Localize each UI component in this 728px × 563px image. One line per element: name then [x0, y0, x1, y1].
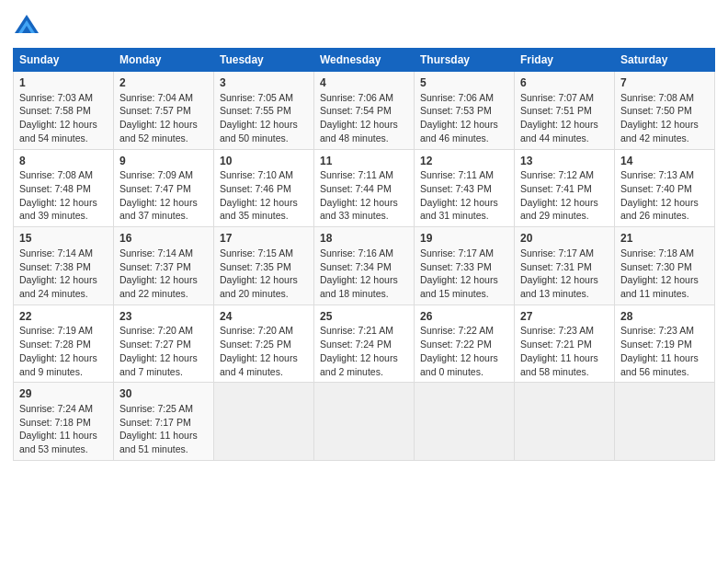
calendar-cell: 22Sunrise: 7:19 AMSunset: 7:28 PMDayligh… [14, 304, 114, 383]
day-info-line: Sunset: 7:57 PM [119, 104, 208, 118]
day-number: 9 [119, 154, 208, 169]
day-info-line: Sunrise: 7:11 AM [420, 168, 508, 182]
day-info-line: and 39 minutes. [19, 209, 108, 223]
day-info-line: Daylight: 12 hours [220, 196, 308, 210]
day-info-line: Daylight: 12 hours [620, 118, 709, 132]
day-number: 16 [119, 231, 208, 247]
page-container: SundayMondayTuesdayWednesdayThursdayFrid… [0, 0, 728, 470]
day-info-line: Sunset: 7:51 PM [520, 104, 609, 118]
day-info-line: Daylight: 12 hours [420, 118, 508, 132]
header [13, 9, 715, 40]
day-info-line: and 2 minutes. [320, 365, 408, 379]
day-info-line: Daylight: 12 hours [520, 273, 609, 287]
calendar-cell [415, 383, 515, 461]
day-info-line: Daylight: 12 hours [19, 118, 108, 132]
day-info-line: and 46 minutes. [420, 132, 508, 145]
day-info-line: Sunrise: 7:10 AM [220, 168, 308, 182]
day-number: 30 [119, 386, 208, 402]
day-info-line: and 50 minutes. [220, 132, 308, 145]
day-info-line: Sunset: 7:21 PM [520, 338, 609, 351]
day-info-line: Sunrise: 7:07 AM [520, 91, 609, 105]
day-info-line: and 31 minutes. [420, 209, 508, 223]
col-header-saturday: Saturday [615, 49, 715, 72]
day-number: 8 [19, 154, 108, 169]
day-number: 3 [220, 75, 308, 91]
day-info-line: Sunrise: 7:20 AM [119, 324, 208, 338]
day-number: 21 [620, 231, 709, 247]
day-info-line: Sunrise: 7:22 AM [420, 324, 508, 338]
day-number: 1 [19, 75, 108, 91]
calendar-cell [515, 383, 615, 461]
day-info-line: and 24 minutes. [19, 287, 108, 301]
day-info-line: Sunrise: 7:14 AM [19, 247, 108, 260]
day-number: 29 [19, 386, 108, 402]
day-info-line: Sunrise: 7:13 AM [620, 168, 709, 182]
day-info-line: Sunset: 7:46 PM [220, 182, 308, 196]
day-info-line: Sunset: 7:19 PM [620, 338, 709, 351]
day-info-line: Sunset: 7:40 PM [620, 182, 709, 196]
day-info-line: and 4 minutes. [220, 365, 308, 379]
week-row-5: 29Sunrise: 7:24 AMSunset: 7:18 PMDayligh… [14, 383, 715, 461]
calendar-cell: 8Sunrise: 7:08 AMSunset: 7:48 PMDaylight… [14, 149, 114, 227]
calendar-cell: 18Sunrise: 7:16 AMSunset: 7:34 PMDayligh… [314, 227, 415, 305]
calendar-cell [314, 383, 415, 461]
day-info-line: Sunset: 7:50 PM [620, 104, 709, 118]
day-number: 11 [320, 154, 408, 169]
day-info-line: Sunset: 7:48 PM [19, 182, 108, 196]
day-info-line: Sunset: 7:58 PM [19, 104, 108, 118]
day-info-line: Sunset: 7:28 PM [19, 338, 108, 351]
day-info-line: Sunrise: 7:21 AM [320, 324, 408, 338]
day-info-line: Sunset: 7:47 PM [119, 182, 208, 196]
calendar-cell: 24Sunrise: 7:20 AMSunset: 7:25 PMDayligh… [214, 304, 314, 383]
calendar-cell: 3Sunrise: 7:05 AMSunset: 7:55 PMDaylight… [214, 72, 314, 150]
day-info-line: and 42 minutes. [620, 132, 709, 145]
calendar-cell [214, 383, 314, 461]
logo [13, 13, 44, 40]
day-info-line: Sunrise: 7:25 AM [119, 402, 208, 416]
calendar-cell: 14Sunrise: 7:13 AMSunset: 7:40 PMDayligh… [615, 149, 715, 227]
day-number: 28 [620, 309, 709, 325]
calendar-cell: 12Sunrise: 7:11 AMSunset: 7:43 PMDayligh… [415, 149, 515, 227]
col-header-thursday: Thursday [415, 49, 515, 72]
day-number: 14 [620, 154, 709, 169]
day-info-line: and 35 minutes. [220, 209, 308, 223]
day-info-line: and 53 minutes. [19, 442, 108, 456]
day-info-line: Sunset: 7:24 PM [320, 338, 408, 351]
day-info-line: Daylight: 12 hours [320, 196, 408, 210]
calendar-cell: 27Sunrise: 7:23 AMSunset: 7:21 PMDayligh… [515, 304, 615, 383]
day-info-line: Daylight: 12 hours [220, 273, 308, 287]
day-number: 26 [420, 309, 508, 325]
calendar-cell: 4Sunrise: 7:06 AMSunset: 7:54 PMDaylight… [314, 72, 415, 150]
day-info-line: Sunset: 7:37 PM [119, 260, 208, 274]
day-info-line: and 15 minutes. [420, 287, 508, 301]
day-info-line: Sunrise: 7:06 AM [320, 91, 408, 105]
day-info-line: and 58 minutes. [520, 365, 609, 379]
day-info-line: and 26 minutes. [620, 209, 709, 223]
day-number: 20 [520, 231, 609, 247]
day-info-line: Daylight: 12 hours [420, 273, 508, 287]
calendar-table: SundayMondayTuesdayWednesdayThursdayFrid… [13, 48, 715, 461]
day-number: 24 [220, 309, 308, 325]
calendar-cell: 6Sunrise: 7:07 AMSunset: 7:51 PMDaylight… [515, 72, 615, 150]
day-info-line: Sunset: 7:25 PM [220, 338, 308, 351]
day-info-line: Daylight: 12 hours [119, 196, 208, 210]
day-info-line: Sunrise: 7:04 AM [119, 91, 208, 105]
day-info-line: and 52 minutes. [119, 132, 208, 145]
day-number: 4 [320, 75, 408, 91]
day-info-line: Sunset: 7:31 PM [520, 260, 609, 274]
day-number: 27 [520, 309, 609, 325]
day-number: 23 [119, 309, 208, 325]
day-info-line: Daylight: 12 hours [119, 118, 208, 132]
day-number: 10 [220, 154, 308, 169]
day-info-line: and 7 minutes. [119, 365, 208, 379]
col-header-tuesday: Tuesday [214, 49, 314, 72]
day-number: 22 [19, 309, 108, 325]
day-number: 25 [320, 309, 408, 325]
day-info-line: and 9 minutes. [19, 365, 108, 379]
day-info-line: Sunrise: 7:24 AM [19, 402, 108, 416]
calendar-cell: 26Sunrise: 7:22 AMSunset: 7:22 PMDayligh… [415, 304, 515, 383]
day-info-line: Daylight: 11 hours [620, 351, 709, 365]
calendar-cell: 2Sunrise: 7:04 AMSunset: 7:57 PMDaylight… [114, 72, 214, 150]
day-info-line: and 18 minutes. [320, 287, 408, 301]
day-info-line: Daylight: 12 hours [220, 351, 308, 365]
